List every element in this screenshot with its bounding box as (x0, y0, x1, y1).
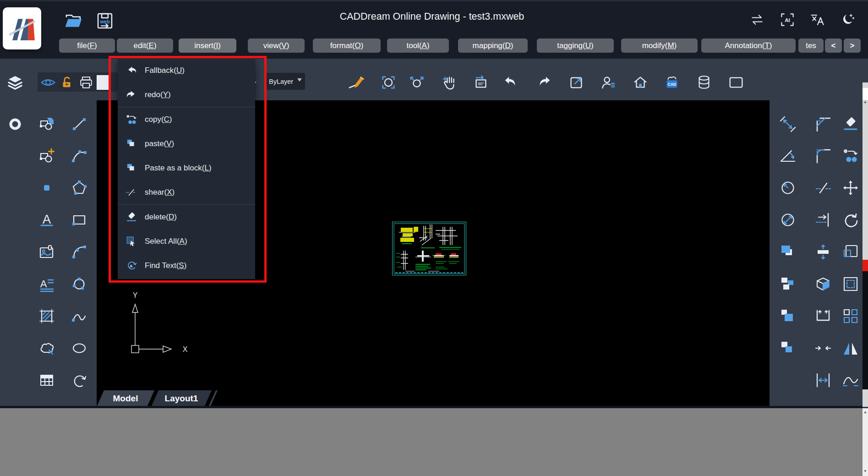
app-logo[interactable] (3, 7, 41, 49)
tool-move[interactable] (840, 177, 861, 198)
tool-rotate[interactable] (840, 209, 861, 230)
open-file-button[interactable] (61, 9, 86, 33)
color-swatch[interactable] (97, 75, 109, 90)
tool-measure-distance[interactable] (777, 114, 798, 135)
tool-offset-u[interactable] (813, 306, 834, 327)
tool-order-under[interactable] (777, 338, 798, 359)
tool-scale[interactable] (840, 241, 861, 263)
tool-trim[interactable] (813, 177, 834, 198)
menu-item-copy-c[interactable]: copy(C) (118, 107, 255, 131)
tool-circle[interactable] (69, 274, 90, 295)
tool-redo[interactable] (534, 72, 555, 93)
swap-arrows-button[interactable] (748, 11, 766, 28)
tool-line[interactable] (69, 114, 90, 135)
tool-zoom-window[interactable] (378, 72, 399, 93)
tool-point[interactable] (36, 177, 57, 198)
tool-order-front[interactable] (777, 241, 798, 263)
menu-item-paste-v[interactable]: paste(V) (118, 131, 255, 156)
tool-select-dashed[interactable] (840, 274, 861, 295)
tool-cad-file[interactable]: CAD (661, 72, 682, 93)
tool-mtext[interactable]: A (36, 274, 57, 295)
menu-item-redo-y[interactable]: redo(Y) (118, 82, 255, 107)
tool-donut[interactable] (5, 114, 26, 135)
save-web-button[interactable]: web (93, 9, 117, 33)
menu-scroll-prev-button[interactable]: < (825, 38, 842, 53)
menu-tool-a[interactable]: tool(A) (387, 38, 449, 53)
tool-text[interactable]: A (36, 209, 57, 230)
tool-hatch[interactable] (36, 306, 57, 327)
tool-measure-width[interactable] (813, 370, 834, 391)
tool-ellipse[interactable] (69, 338, 90, 359)
layers-button[interactable] (5, 73, 25, 93)
menu-scroll-next-button[interactable]: > (844, 38, 861, 53)
tool-code[interactable] (726, 72, 747, 93)
menu-item-find-text-s[interactable]: AFind Text(S) (118, 253, 255, 278)
tool-image[interactable] (36, 241, 57, 263)
tool-chamfer[interactable] (813, 114, 834, 135)
menu-modify-m[interactable]: modify(M) (621, 38, 698, 53)
tool-arc[interactable] (69, 241, 90, 263)
menu-item-delete-d[interactable]: delete(D) (118, 205, 255, 229)
tool-stretch[interactable] (813, 241, 834, 263)
tool-spline[interactable] (69, 306, 90, 327)
menu-item-paste-as-a-block-l[interactable]: Paste as a block(L) (118, 156, 255, 180)
layer-visibility-button[interactable] (39, 73, 57, 92)
command-area[interactable] (0, 408, 863, 476)
tool-zoom-extents[interactable] (406, 72, 427, 93)
tool-order-back[interactable] (777, 306, 798, 327)
tool-mirror[interactable] (840, 338, 861, 359)
tool-undo[interactable] (500, 72, 521, 93)
tab-model[interactable]: Model (97, 390, 154, 407)
tool-fit-spline[interactable] (840, 370, 861, 391)
command-scroll-down-icon[interactable]: ▼ (863, 469, 868, 473)
tool-box-3d[interactable] (813, 274, 834, 295)
tool-insert-block[interactable] (36, 114, 57, 135)
tool-measure-angle[interactable] (777, 145, 798, 166)
tool-array[interactable] (840, 306, 861, 327)
tool-measure-diameter[interactable] (777, 209, 798, 230)
tool-polyline[interactable] (69, 145, 90, 166)
scrollbar-thumb[interactable] (863, 271, 868, 389)
tool-database[interactable] (693, 72, 715, 93)
tool-eraser[interactable] (840, 114, 861, 135)
tool-draw-pen[interactable] (346, 72, 367, 93)
tool-polygon[interactable] (69, 177, 90, 198)
menu-tagging-u[interactable]: tagging(U) (537, 38, 614, 53)
menu-item-fallback-u[interactable]: Fallback(U) (118, 58, 255, 82)
tool-pan[interactable] (440, 72, 461, 93)
tool-copy[interactable] (840, 145, 861, 166)
tool-table[interactable] (36, 370, 57, 391)
menu-item-shear-x[interactable]: shear(X) (118, 180, 255, 204)
linetype-select[interactable]: ByLayer (266, 73, 305, 90)
tab-layout1[interactable]: Layout1 (151, 390, 212, 407)
tool-fullscreen[interactable] (566, 72, 587, 93)
tool-user-profile[interactable] (598, 72, 619, 93)
tool-home[interactable] (630, 72, 651, 93)
menu-insert-i[interactable]: insert(I) (179, 38, 236, 53)
tool-rectangle[interactable] (69, 209, 90, 230)
menu-mapping-d[interactable]: mapping(D) (458, 38, 528, 53)
tool-order-middle[interactable] (777, 274, 798, 295)
menu-file-f[interactable]: file(F) (59, 38, 115, 53)
layer-lock-button[interactable] (58, 73, 76, 92)
command-scrollbar-track[interactable] (863, 408, 868, 476)
dark-mode-button[interactable] (839, 11, 857, 28)
menu-item-select-all-a[interactable]: Select All(A) (118, 229, 255, 253)
layer-print-button[interactable] (77, 73, 95, 92)
tool-arc-continue[interactable] (69, 370, 90, 391)
translate-button[interactable] (809, 11, 826, 28)
tool-extend[interactable] (813, 209, 834, 230)
tool-measure-radius[interactable] (777, 177, 798, 198)
menu-edit-e[interactable]: edit(E) (117, 38, 173, 53)
menu-tes[interactable]: tes (798, 38, 824, 53)
ai-frame-button[interactable]: AI (779, 11, 796, 28)
tool-rotate-90[interactable]: 90° (470, 72, 491, 93)
menu-annotation-t[interactable]: Annotation(T) (701, 38, 796, 53)
scroll-up-icon[interactable]: ▲ (863, 100, 868, 104)
menu-view-v[interactable]: view(V) (248, 38, 305, 53)
tool-create-block[interactable] (36, 145, 57, 166)
tool-join[interactable] (813, 338, 834, 359)
command-scroll-up-icon[interactable]: ▲ (863, 410, 868, 414)
tool-fillet[interactable] (813, 145, 834, 166)
tool-revision-cloud[interactable] (36, 338, 57, 359)
